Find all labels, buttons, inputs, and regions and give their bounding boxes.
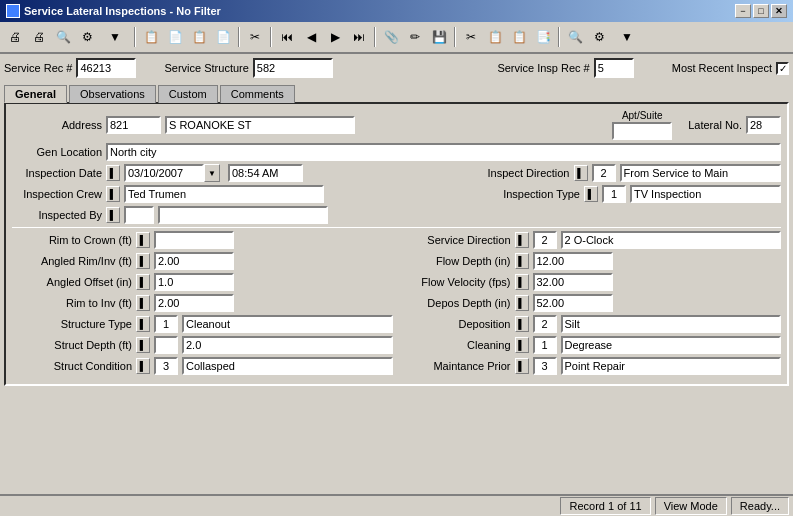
inspect-direction-label: Inspect Direction bbox=[465, 167, 570, 179]
toolbar-cut2[interactable]: ✂ bbox=[460, 26, 482, 48]
toolbar-nav-prev[interactable]: ◀ bbox=[300, 26, 322, 48]
angled-offset-icon-btn[interactable]: ▌ bbox=[136, 274, 150, 290]
cleaning-input[interactable] bbox=[561, 336, 782, 354]
apt-suite-input[interactable] bbox=[612, 122, 672, 140]
tab-observations[interactable]: Observations bbox=[69, 85, 156, 103]
angled-rim-inv-input[interactable] bbox=[154, 252, 234, 270]
struct-depth-code[interactable] bbox=[154, 336, 178, 354]
struct-depth-input[interactable] bbox=[182, 336, 393, 354]
rim-to-inv-input[interactable] bbox=[154, 294, 234, 312]
address-label: Address bbox=[12, 119, 102, 131]
insp-type-icon-btn[interactable]: ▌ bbox=[584, 186, 598, 202]
rim-to-crown-input[interactable] bbox=[154, 231, 234, 249]
toolbar-save[interactable]: 💾 bbox=[428, 26, 450, 48]
toolbar-nav-next[interactable]: ▶ bbox=[324, 26, 346, 48]
toolbar-copy[interactable]: 📑 bbox=[532, 26, 554, 48]
toolbar-nav-first[interactable]: ⏮ bbox=[276, 26, 298, 48]
inspected-by-code[interactable] bbox=[124, 206, 154, 224]
toolbar-paste2[interactable]: 📋 bbox=[508, 26, 530, 48]
flow-depth-input[interactable] bbox=[533, 252, 613, 270]
maximize-button[interactable]: □ bbox=[753, 4, 769, 18]
lateral-no-input[interactable] bbox=[746, 116, 781, 134]
date-dropdown-btn[interactable]: ▼ bbox=[204, 164, 220, 182]
inspection-crew-label: Inspection Crew bbox=[12, 188, 102, 200]
inspection-date-input[interactable] bbox=[124, 164, 204, 182]
depos-depth-label: Depos Depth (in) bbox=[401, 297, 511, 309]
inspection-type-input[interactable] bbox=[630, 185, 781, 203]
struct-condition-label: Struct Condition bbox=[12, 360, 132, 372]
toolbar-gear2[interactable]: ⚙ bbox=[588, 26, 610, 48]
struct-type-icon-btn[interactable]: ▌ bbox=[136, 316, 150, 332]
toolbar-edit[interactable]: ✏ bbox=[404, 26, 426, 48]
rim-to-inv-row: Rim to Inv (ft) ▌ bbox=[12, 294, 393, 312]
toolbar-paste1[interactable]: 📋 bbox=[484, 26, 506, 48]
toolbar-print2[interactable]: 🖨 bbox=[28, 26, 50, 48]
struct-condition-input[interactable] bbox=[182, 357, 393, 375]
rim-crown-icon-btn[interactable]: ▌ bbox=[136, 232, 150, 248]
struct-depth-icon-btn[interactable]: ▌ bbox=[136, 337, 150, 353]
gen-location-input[interactable] bbox=[106, 143, 781, 161]
deposition-code[interactable] bbox=[533, 315, 557, 333]
service-structure-input[interactable] bbox=[253, 58, 333, 78]
toolbar-dropdown2[interactable]: ▼ bbox=[612, 26, 642, 48]
toolbar-print[interactable]: 🖨 bbox=[4, 26, 26, 48]
tab-custom[interactable]: Custom bbox=[158, 85, 218, 103]
toolbar-doc1[interactable]: 📋 bbox=[188, 26, 210, 48]
inspected-by-input[interactable] bbox=[158, 206, 328, 224]
inspected-by-icon-btn[interactable]: ▌ bbox=[106, 207, 120, 223]
service-insp-rec-input[interactable] bbox=[594, 58, 634, 78]
angled-offset-input[interactable] bbox=[154, 273, 234, 291]
maintance-prior-code[interactable] bbox=[533, 357, 557, 375]
flow-velocity-label: Flow Velocity (fps) bbox=[401, 276, 511, 288]
deposition-icon-btn[interactable]: ▌ bbox=[515, 316, 529, 332]
toolbar-cut[interactable]: ✂ bbox=[244, 26, 266, 48]
minimize-button[interactable]: − bbox=[735, 4, 751, 18]
date-icon-btn[interactable]: ▌ bbox=[106, 165, 120, 181]
toolbar-clipboard2[interactable]: 📄 bbox=[164, 26, 186, 48]
toolbar-dropdown1[interactable]: ▼ bbox=[100, 26, 130, 48]
angled-offset-label: Angled Offset (in) bbox=[12, 276, 132, 288]
address-street-input[interactable] bbox=[165, 116, 355, 134]
inspection-time-input[interactable] bbox=[228, 164, 303, 182]
toolbar-search[interactable]: 🔍 bbox=[52, 26, 74, 48]
maintance-prior-icon-btn[interactable]: ▌ bbox=[515, 358, 529, 374]
service-direction-input[interactable] bbox=[561, 231, 782, 249]
struct-condition-code[interactable] bbox=[154, 357, 178, 375]
toolbar-clipboard1[interactable]: 📋 bbox=[140, 26, 162, 48]
flow-vel-icon-btn[interactable]: ▌ bbox=[515, 274, 529, 290]
crew-icon-btn[interactable]: ▌ bbox=[106, 186, 120, 202]
tab-general[interactable]: General bbox=[4, 85, 67, 103]
tab-comments[interactable]: Comments bbox=[220, 85, 295, 103]
cleaning-icon-btn[interactable]: ▌ bbox=[515, 337, 529, 353]
most-recent-checkbox[interactable]: ✓ bbox=[776, 62, 789, 75]
rim-inv-icon-btn[interactable]: ▌ bbox=[136, 295, 150, 311]
close-button[interactable]: ✕ bbox=[771, 4, 787, 18]
toolbar-nav-last[interactable]: ⏭ bbox=[348, 26, 370, 48]
svc-dir-icon-btn[interactable]: ▌ bbox=[515, 232, 529, 248]
service-rec-input[interactable] bbox=[76, 58, 136, 78]
inspect-dir-icon-btn[interactable]: ▌ bbox=[574, 165, 588, 181]
inspection-crew-input[interactable] bbox=[124, 185, 324, 203]
inspection-type-code[interactable] bbox=[602, 185, 626, 203]
cleaning-code[interactable] bbox=[533, 336, 557, 354]
depos-depth-row: Depos Depth (in) ▌ bbox=[401, 294, 782, 312]
struct-cond-icon-btn[interactable]: ▌ bbox=[136, 358, 150, 374]
flow-depth-icon-btn[interactable]: ▌ bbox=[515, 253, 529, 269]
toolbar-doc2[interactable]: 📄 bbox=[212, 26, 234, 48]
address-number-input[interactable] bbox=[106, 116, 161, 134]
service-direction-code[interactable] bbox=[533, 231, 557, 249]
toolbar-sep4 bbox=[374, 27, 376, 47]
toolbar-attach[interactable]: 📎 bbox=[380, 26, 402, 48]
deposition-input[interactable] bbox=[561, 315, 782, 333]
structure-type-input[interactable] bbox=[182, 315, 393, 333]
inspect-direction-code[interactable] bbox=[592, 164, 616, 182]
depos-depth-input[interactable] bbox=[533, 294, 613, 312]
depos-depth-icon-btn[interactable]: ▌ bbox=[515, 295, 529, 311]
maintance-prior-input[interactable] bbox=[561, 357, 782, 375]
flow-velocity-input[interactable] bbox=[533, 273, 613, 291]
toolbar-settings[interactable]: ⚙ bbox=[76, 26, 98, 48]
structure-type-code[interactable] bbox=[154, 315, 178, 333]
toolbar-search2[interactable]: 🔍 bbox=[564, 26, 586, 48]
angled-rim-icon-btn[interactable]: ▌ bbox=[136, 253, 150, 269]
inspect-direction-input[interactable] bbox=[620, 164, 782, 182]
